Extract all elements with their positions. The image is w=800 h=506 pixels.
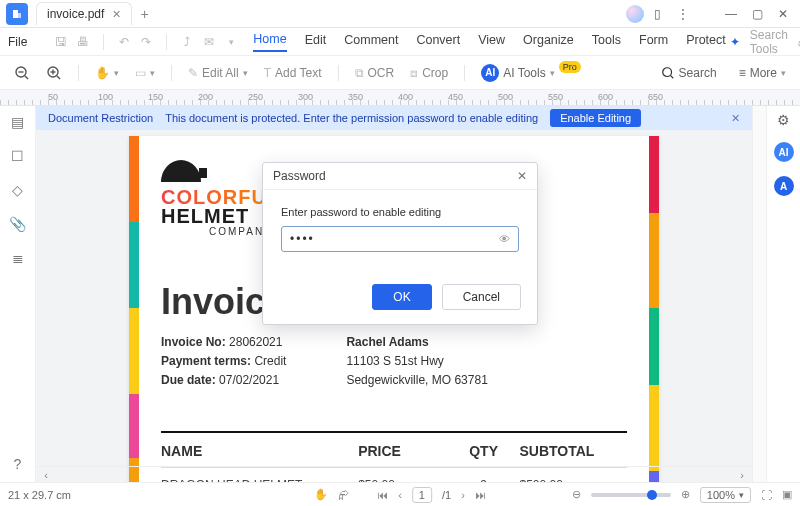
prev-page-icon[interactable]: ‹ bbox=[398, 489, 402, 501]
share-icon[interactable]: ⤴ bbox=[179, 35, 195, 49]
enable-editing-button[interactable]: Enable Editing bbox=[550, 109, 641, 127]
fullscreen-icon[interactable]: ▣ bbox=[782, 488, 792, 501]
svg-line-7 bbox=[57, 76, 60, 79]
close-tab-icon[interactable]: ✕ bbox=[112, 8, 121, 21]
decor-stripe-left bbox=[129, 136, 139, 482]
right-sidebar: ⚙ AI A bbox=[766, 106, 800, 482]
ruler: 50 100 150 200 250 300 350 400 450 500 5… bbox=[0, 90, 800, 106]
app-logo bbox=[6, 3, 28, 25]
hand-tool[interactable]: ✋▾ bbox=[89, 62, 125, 84]
svg-line-11 bbox=[670, 75, 673, 78]
add-text-tool[interactable]: T Add Text bbox=[258, 62, 328, 84]
page-input[interactable]: 1 bbox=[412, 487, 432, 503]
th-qty: QTY bbox=[448, 443, 520, 459]
invoice-meta-left: Invoice No: 28062021 Payment terms: Cred… bbox=[161, 333, 286, 391]
caret-icon[interactable]: ▾ bbox=[223, 37, 239, 47]
save-icon[interactable]: 🖫 bbox=[53, 35, 69, 49]
password-input[interactable]: •••• 👁 bbox=[281, 226, 519, 252]
layers-icon[interactable]: ≣ bbox=[10, 250, 26, 266]
password-dialog: Password ✕ Enter password to enable edit… bbox=[262, 162, 538, 325]
banner-close-icon[interactable]: ✕ bbox=[731, 112, 740, 125]
zoom-out-sm-icon[interactable]: ⊖ bbox=[572, 488, 581, 501]
print-icon[interactable]: 🖶 bbox=[75, 35, 91, 49]
th-price: PRICE bbox=[358, 443, 448, 459]
maximize-icon[interactable]: ▢ bbox=[750, 7, 764, 21]
pro-badge: Pro bbox=[559, 61, 581, 73]
sliders-icon[interactable]: ⚙ bbox=[777, 112, 790, 128]
hand-icon[interactable]: ✋ bbox=[314, 488, 328, 501]
reveal-password-icon[interactable]: 👁 bbox=[499, 233, 510, 245]
shape-tool[interactable]: ▭▾ bbox=[129, 62, 161, 84]
scroll-right-icon[interactable]: › bbox=[732, 469, 752, 481]
ai-badge2-icon[interactable]: A bbox=[774, 176, 794, 196]
close-icon[interactable]: ✕ bbox=[776, 7, 790, 21]
tab-protect[interactable]: Protect bbox=[686, 33, 726, 51]
user-avatar[interactable] bbox=[626, 5, 644, 23]
restriction-msg: This document is protected. Enter the pe… bbox=[165, 112, 538, 124]
tab-comment[interactable]: Comment bbox=[344, 33, 398, 51]
tab-form[interactable]: Form bbox=[639, 33, 668, 51]
tab-tools[interactable]: Tools bbox=[592, 33, 621, 51]
th-subtotal: SUBTOTAL bbox=[519, 443, 627, 459]
tab-organize[interactable]: Organize bbox=[523, 33, 574, 51]
search-tools[interactable]: Search Tools bbox=[750, 28, 788, 56]
page-total: /1 bbox=[442, 489, 451, 501]
invoice-meta-right: Rachel Adams 11103 S 51st Hwy Sedgewickv… bbox=[346, 333, 487, 391]
tab-label: invoice.pdf bbox=[47, 7, 104, 21]
mail-icon[interactable]: ✉ bbox=[201, 35, 217, 49]
zoom-in-sm-icon[interactable]: ⊕ bbox=[681, 488, 690, 501]
ocr-tool[interactable]: ⧉ OCR bbox=[349, 62, 401, 84]
decor-stripe-right bbox=[649, 136, 659, 482]
dialog-title: Password bbox=[273, 169, 326, 183]
ok-button[interactable]: OK bbox=[372, 284, 431, 310]
ai-badge-icon[interactable]: AI bbox=[774, 142, 794, 162]
ai-tools-button[interactable]: AI AI Tools▾ Pro bbox=[475, 60, 586, 86]
first-page-icon[interactable]: ⏮ bbox=[377, 489, 388, 501]
help-icon[interactable]: ? bbox=[10, 456, 26, 472]
zoom-in-button[interactable] bbox=[40, 61, 68, 85]
edit-all-tool[interactable]: ✎ Edit All▾ bbox=[182, 62, 254, 84]
zoom-slider[interactable] bbox=[591, 493, 671, 497]
undo-icon[interactable]: ↶ bbox=[116, 35, 132, 49]
new-tab-button[interactable]: + bbox=[140, 6, 148, 22]
zoom-out-button[interactable] bbox=[8, 61, 36, 85]
select-icon[interactable]: ⮳ bbox=[338, 489, 349, 501]
minimize-icon[interactable]: ― bbox=[724, 7, 738, 21]
ai-icon: AI bbox=[481, 64, 499, 82]
tab-convert[interactable]: Convert bbox=[416, 33, 460, 51]
next-page-icon[interactable]: › bbox=[461, 489, 465, 501]
menubar: File 🖫 🖶 ↶ ↷ ⤴ ✉ ▾ Home Edit Comment Con… bbox=[0, 28, 800, 56]
svg-line-4 bbox=[25, 76, 28, 79]
search-button[interactable]: Search bbox=[655, 62, 723, 84]
zoom-value[interactable]: 100% ▾ bbox=[700, 487, 751, 503]
file-menu[interactable]: File bbox=[8, 35, 27, 49]
vertical-scroll[interactable] bbox=[752, 106, 766, 482]
dialog-close-icon[interactable]: ✕ bbox=[517, 169, 527, 183]
crop-tool[interactable]: ⧈ Crop bbox=[404, 62, 454, 84]
helmet-icon bbox=[161, 160, 201, 182]
thumbnails-icon[interactable]: ▤ bbox=[10, 114, 26, 130]
attachments-icon[interactable]: 📎 bbox=[10, 216, 26, 232]
titlebar: invoice.pdf ✕ + ▯ ⋮ ― ▢ ✕ bbox=[0, 0, 800, 28]
cancel-button[interactable]: Cancel bbox=[442, 284, 521, 310]
bookmark-icon[interactable]: ▯ bbox=[650, 7, 664, 21]
comments-icon[interactable]: ◇ bbox=[10, 182, 26, 198]
horizontal-scroll[interactable]: ‹ › bbox=[36, 466, 752, 482]
left-sidebar: ▤ ☐ ◇ 📎 ≣ ? bbox=[0, 106, 36, 482]
tab-home[interactable]: Home bbox=[253, 32, 286, 52]
redo-icon[interactable]: ↷ bbox=[138, 35, 154, 49]
kebab-icon[interactable]: ⋮ bbox=[676, 7, 690, 21]
tab-view[interactable]: View bbox=[478, 33, 505, 51]
last-page-icon[interactable]: ⏭ bbox=[475, 489, 486, 501]
toolbar: ✋▾ ▭▾ ✎ Edit All▾ T Add Text ⧉ OCR ⧈ Cro… bbox=[0, 56, 800, 90]
document-tab[interactable]: invoice.pdf ✕ bbox=[36, 2, 132, 25]
menu-tabs: Home Edit Comment Convert View Organize … bbox=[253, 32, 725, 52]
svg-point-10 bbox=[662, 67, 671, 76]
tab-edit[interactable]: Edit bbox=[305, 33, 327, 51]
bookmarks-icon[interactable]: ☐ bbox=[10, 148, 26, 164]
svg-rect-2 bbox=[16, 13, 21, 18]
scroll-left-icon[interactable]: ‹ bbox=[36, 469, 56, 481]
more-button[interactable]: ≡ More▾ bbox=[733, 62, 792, 84]
ai-star-icon[interactable]: ✦ bbox=[730, 35, 740, 49]
fit-page-icon[interactable]: ⛶ bbox=[761, 489, 772, 501]
